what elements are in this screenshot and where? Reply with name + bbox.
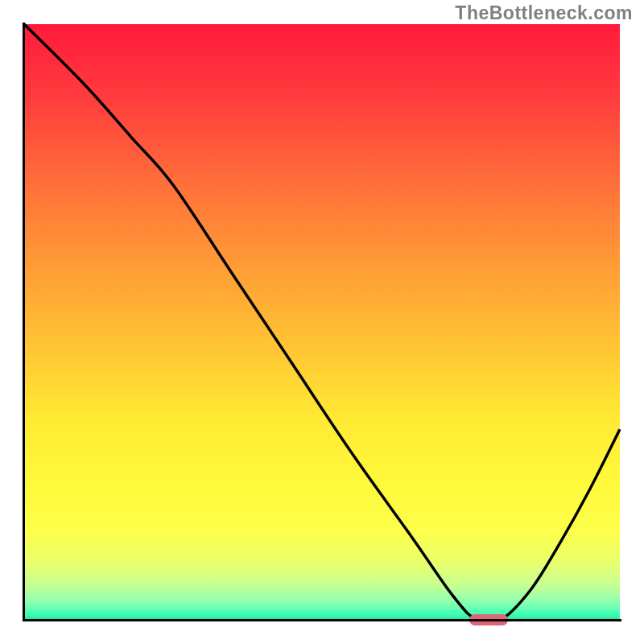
curve-path <box>24 24 620 624</box>
bottleneck-curve <box>24 24 620 620</box>
optimal-point-marker <box>469 614 508 625</box>
chart-container: TheBottleneck.com <box>0 0 644 644</box>
plot-area <box>24 24 620 620</box>
watermark-text: TheBottleneck.com <box>455 2 633 24</box>
